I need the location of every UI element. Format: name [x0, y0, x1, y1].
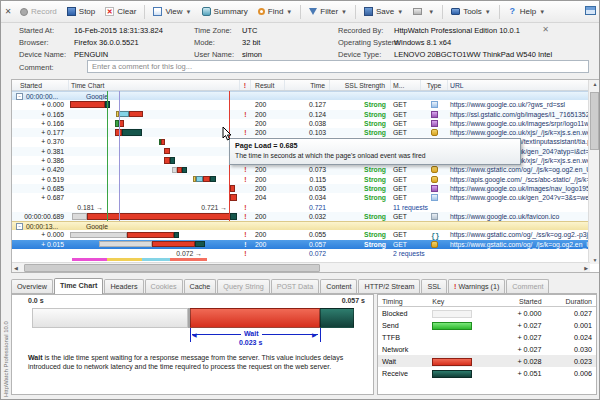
request-row[interactable]: + 0.177!2000.103StrongGEThttps://www.goo…: [12, 128, 590, 137]
timing-bar-gray: [70, 232, 127, 239]
tab-content[interactable]: Content: [320, 279, 357, 293]
tab-headers[interactable]: Headers: [104, 279, 143, 293]
horizontal-scrollbar[interactable]: ◀ ▶: [12, 262, 590, 272]
collapse-icon[interactable]: –: [16, 93, 23, 100]
column-header-url[interactable]: URL: [448, 80, 590, 90]
stop-icon: [67, 7, 76, 16]
comment-input[interactable]: [87, 60, 589, 73]
tab-query-string: Query String: [217, 279, 269, 293]
column-header-time-chart[interactable]: Time Chart: [69, 80, 240, 90]
mouse-cursor: [222, 127, 232, 141]
collapse-icon[interactable]: –: [16, 223, 23, 230]
info-value: simon: [242, 49, 262, 60]
tab-http-2-stream[interactable]: HTTP/2 Stream: [358, 279, 420, 293]
scroll-up-icon[interactable]: ▲: [589, 81, 600, 87]
group-start-time: 00:00:13...: [26, 222, 72, 230]
tab-cache[interactable]: Cache: [184, 279, 217, 293]
find-button[interactable]: Find▼: [253, 3, 298, 21]
request-type: [421, 119, 448, 128]
request-time: 0.057: [285, 240, 330, 249]
time-chart-panel: 0.0 s 0.057 s ◀▶Wait0.023 s Wait is the …: [11, 294, 374, 395]
request-time: 0.073: [285, 165, 330, 174]
info-value: 32 bit: [242, 37, 260, 48]
sidebar-brand-label: HttpWatch Professional 10.0: [1, 299, 11, 397]
request-row[interactable]: 00:00:00.689!2000.032StrongGEThttps://ww…: [12, 212, 590, 221]
timing-description: Wait is the idle time spent waiting for …: [28, 353, 360, 372]
request-ssl-strength: Strong: [330, 184, 391, 193]
print-button[interactable]: ▼: [408, 3, 439, 21]
column-header--[interactable]: !: [240, 80, 251, 90]
timing-row-ttfb[interactable]: TTFB+ 0.0270.024: [378, 331, 596, 343]
request-row[interactable]: + 0.6852000.035StrongGEThttps://www.goog…: [12, 184, 590, 193]
timing-row-receive[interactable]: Receive+ 0.0510.006: [378, 367, 596, 379]
request-row[interactable]: + 0.165!2000.124StrongGEThttps://ssl.gst…: [12, 110, 590, 119]
column-header-m-[interactable]: M...: [391, 80, 421, 90]
timing-row-send[interactable]: Send+ 0.0270.001: [378, 319, 596, 331]
tab-label: Cache: [190, 282, 211, 291]
timing-name: Receive: [378, 367, 428, 379]
request-url: https://www.gstatic.com/og/_/ss/k=og.og2…: [448, 230, 590, 239]
scroll-down-icon[interactable]: ▼: [589, 257, 600, 263]
tools-button[interactable]: Tools▼: [446, 3, 496, 21]
filter-icon: [309, 8, 317, 15]
request-time-chart: [69, 165, 240, 174]
vertical-scroll-thumb[interactable]: [590, 92, 599, 150]
blocked-key-swatch: [432, 310, 472, 318]
column-header-result[interactable]: Result: [251, 80, 285, 90]
page-summary-row: 0.072 →!0.0722 requests: [12, 249, 590, 258]
image-type-icon: [431, 111, 438, 118]
info-label: Device Type:: [338, 49, 381, 60]
vertical-scrollbar[interactable]: ▲ ▼: [588, 80, 600, 264]
timing-row-network[interactable]: Network+ 0.0270.030: [378, 343, 596, 355]
warning-icon: !: [240, 249, 251, 258]
page-group-row[interactable]: –00:00:13...Google: [12, 221, 590, 230]
timing-started: + 0.027: [498, 331, 545, 343]
tab-ssl[interactable]: SSL: [421, 279, 447, 293]
request-method: GET: [391, 240, 421, 249]
clear-button[interactable]: ✕Clear: [100, 3, 141, 21]
stop-button[interactable]: Stop: [62, 3, 100, 21]
scroll-left-icon[interactable]: ◀: [14, 264, 18, 272]
warning-icon: !: [454, 282, 456, 291]
tab-label: Cookies: [151, 282, 177, 291]
request-row[interactable]: + 0.0002000.127StrongGEThttps://www.goog…: [12, 100, 590, 109]
request-row[interactable]: + 0.000!2000.055StrongGET{}https://www.g…: [12, 230, 590, 239]
horizontal-scroll-thumb[interactable]: [24, 264, 320, 272]
view-button[interactable]: View▼: [148, 3, 196, 21]
comment-row: Comment:: [1, 60, 600, 75]
timing-row-blocked[interactable]: Blocked+ 0.0000.027: [378, 307, 596, 320]
toolbar-separator: [499, 5, 500, 19]
request-url: https://www.gstatic.com/og/_/js/k=og.og2…: [448, 165, 590, 174]
request-ssl-strength: Strong: [330, 119, 391, 128]
timing-name: Network: [378, 343, 428, 355]
column-header-time[interactable]: Time: [285, 80, 330, 90]
request-row[interactable]: + 0.420!2000.073StrongGEThttps://www.gst…: [12, 165, 590, 174]
request-row[interactable]: + 0.6872040.034StrongGEThttps://www.goog…: [12, 193, 590, 202]
save-button[interactable]: Save▼: [359, 3, 408, 21]
timing-row-wait[interactable]: Wait+ 0.0280.023: [378, 355, 596, 367]
info-value: 16-Feb-2015 18:31:33.824: [74, 25, 163, 36]
request-row[interactable]: + 0.015!2000.057StrongGEThttps://www.gst…: [12, 240, 590, 249]
close-icon[interactable]: ✕: [1, 7, 15, 16]
window-dock-icon[interactable]: [585, 6, 596, 15]
column-header-ssl-strength[interactable]: SSL Strength: [330, 80, 391, 90]
page-group-row[interactable]: –00:00:00...Google: [12, 91, 590, 100]
timing-table-header: Timing: [378, 297, 428, 307]
tab-overview[interactable]: Overview: [11, 279, 53, 293]
tab-time-chart[interactable]: Time Chart: [54, 278, 103, 294]
request-row[interactable]: + 0.519!2000.115StrongGEThttps://apis.go…: [12, 175, 590, 184]
column-header-started[interactable]: Started: [12, 80, 69, 90]
request-time: 0.034: [285, 193, 330, 202]
request-row[interactable]: + 0.1662000.038StrongGEThttps://www.goog…: [12, 119, 590, 128]
help-button[interactable]: ?Help▼: [503, 3, 550, 21]
column-header-type[interactable]: Type: [421, 80, 448, 90]
tooltip-title: Page Load = 0.685: [235, 141, 515, 150]
request-url: https://ssl.gstatic.com/gb/images/i1_716…: [448, 110, 590, 119]
filter-button[interactable]: Filter▼: [304, 3, 352, 21]
scroll-right-icon[interactable]: ▶: [584, 264, 588, 272]
request-time-chart: [69, 137, 240, 146]
tab-label: Overview: [17, 282, 47, 291]
timing-bar-red: [161, 139, 165, 146]
tab-warnings-1-[interactable]: !Warnings (1): [448, 279, 505, 293]
summary-button[interactable]: Summary: [197, 3, 253, 21]
